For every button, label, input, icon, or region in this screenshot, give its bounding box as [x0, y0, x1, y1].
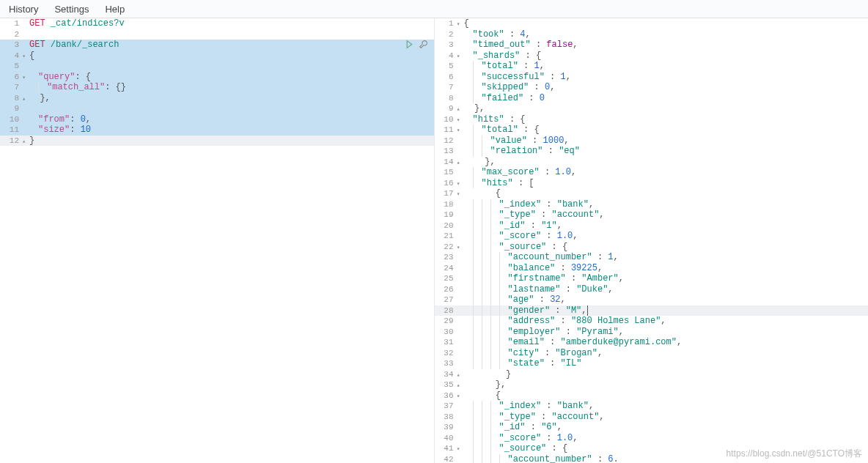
response-editor[interactable]: 1▾{2 "took" : 4,3 "timed_out" : false,4▾… [435, 18, 869, 463]
code-line[interactable]: 21 "_score" : 1.0, [435, 231, 869, 242]
code-text[interactable]: "max_score" : 1.0, [461, 167, 869, 178]
gutter[interactable]: 40 [435, 433, 461, 444]
gutter[interactable]: 13 [435, 146, 461, 157]
code-text[interactable]: "failed" : 0 [461, 93, 869, 104]
fold-icon[interactable]: ▾ [457, 179, 460, 190]
code-text[interactable]: "account_number" : 1, [461, 252, 869, 263]
code-text[interactable]: "firstname" : "Amber", [461, 273, 869, 284]
code-text[interactable]: "_source" : { [461, 443, 869, 454]
gutter[interactable]: 38 [435, 412, 461, 423]
code-text[interactable]: "balance" : 39225, [461, 263, 869, 274]
code-text[interactable]: "_type" : "account", [461, 412, 869, 423]
code-text[interactable]: "address" : "880 Holmes Lane", [461, 316, 869, 327]
code-text[interactable]: { [461, 188, 869, 199]
gutter[interactable]: 7 [435, 82, 461, 93]
fold-icon[interactable]: ▴ [457, 158, 460, 168]
gutter[interactable]: 39 [435, 422, 461, 433]
gutter[interactable]: 5 [435, 61, 461, 72]
code-line[interactable]: 11▾ "total" : { [435, 125, 869, 136]
fold-icon[interactable]: ▾ [457, 242, 460, 253]
code-text[interactable]: "_source" : { [461, 242, 869, 253]
code-text[interactable]: }, [26, 93, 434, 104]
code-text[interactable]: { [461, 390, 869, 401]
code-line[interactable]: 33 "state" : "IL" [435, 358, 869, 369]
code-text[interactable]: "age" : 32, [461, 295, 869, 305]
gutter[interactable]: 9▴ [435, 103, 461, 114]
code-text[interactable]: "_type" : "account", [461, 210, 869, 221]
code-text[interactable]: "_id" : "6", [461, 422, 869, 433]
code-line[interactable]: 22▾ "_source" : { [435, 242, 869, 253]
code-line[interactable]: 39 "_id" : "6", [435, 422, 869, 433]
gutter[interactable]: 11▾ [435, 125, 461, 136]
code-text[interactable]: "_id" : "1", [461, 221, 869, 232]
code-text[interactable]: }, [461, 103, 869, 114]
gutter[interactable]: 24 [435, 263, 461, 274]
gutter[interactable]: 17▾ [435, 188, 461, 199]
gutter[interactable]: 1▾ [435, 18, 461, 29]
gutter[interactable]: 29 [435, 316, 461, 327]
fold-icon[interactable]: ▾ [457, 19, 460, 30]
code-text[interactable]: "city" : "Brogan", [461, 348, 869, 359]
code-text[interactable]: "total" : { [461, 125, 869, 136]
fold-icon[interactable]: ▴ [457, 380, 460, 391]
gutter[interactable]: 33 [435, 358, 461, 369]
code-text[interactable] [26, 61, 434, 72]
gutter[interactable]: 37 [435, 401, 461, 412]
code-text[interactable]: "match_all": {} [26, 82, 434, 93]
code-line[interactable]: 34▴ } [435, 369, 869, 380]
fold-icon[interactable]: ▴ [22, 94, 26, 105]
code-text[interactable]: }, [461, 379, 869, 390]
gutter[interactable]: 25 [435, 273, 461, 284]
code-line[interactable]: 41▾ "_source" : { [435, 443, 869, 454]
code-line[interactable]: 13 "relation" : "eq" [435, 146, 869, 157]
code-text[interactable]: "value" : 1000, [461, 136, 869, 147]
code-text[interactable]: "query": { [26, 72, 434, 83]
gutter[interactable]: 10 [0, 114, 26, 125]
gutter[interactable]: 21 [435, 231, 461, 242]
gutter[interactable]: 31 [435, 337, 461, 348]
code-line[interactable]: 7 "match_all": {} [0, 82, 434, 93]
gutter[interactable]: 3 [0, 40, 26, 51]
code-line[interactable]: 8▴ }, [0, 93, 434, 104]
code-text[interactable]: "_score" : 1.0, [461, 231, 869, 242]
code-line[interactable]: 5 "total" : 1, [435, 61, 869, 72]
gutter[interactable]: 4▾ [435, 51, 461, 62]
code-text[interactable]: "employer" : "Pyrami", [461, 327, 869, 338]
code-text[interactable]: "from": 0, [26, 114, 434, 125]
gutter[interactable]: 36▾ [435, 390, 461, 401]
gutter[interactable]: 12▴ [0, 136, 26, 147]
code-text[interactable]: { [26, 51, 434, 62]
code-line[interactable]: 2 [0, 29, 434, 40]
gutter[interactable]: 6▾ [0, 72, 26, 83]
code-line[interactable]: 30 "employer" : "Pyrami", [435, 327, 869, 338]
gutter[interactable]: 11 [0, 125, 26, 136]
gutter[interactable]: 3 [435, 40, 461, 51]
code-text[interactable]: "total" : 1, [461, 61, 869, 72]
menu-history[interactable]: History [9, 4, 38, 15]
code-line[interactable]: 35▴ }, [435, 379, 869, 390]
code-line[interactable]: 10▾ "hits" : { [435, 114, 869, 125]
code-line[interactable]: 12▴} [0, 136, 434, 147]
code-text[interactable]: { [461, 18, 869, 29]
code-line[interactable]: 14▴ }, [435, 157, 869, 168]
code-line[interactable]: 32 "city" : "Brogan", [435, 348, 869, 359]
code-line[interactable]: 8 "failed" : 0 [435, 93, 869, 104]
code-text[interactable]: "hits" : [ [461, 178, 869, 189]
menu-settings[interactable]: Settings [54, 4, 89, 15]
gutter[interactable]: 10▾ [435, 114, 461, 125]
fold-icon[interactable]: ▴ [457, 104, 460, 115]
response-pane[interactable]: 1▾{2 "took" : 4,3 "timed_out" : false,4▾… [435, 18, 869, 463]
code-line[interactable]: 6▾ "query": { [0, 72, 434, 83]
fold-icon[interactable]: ▴ [457, 370, 460, 381]
gutter[interactable]: 15 [435, 167, 461, 178]
code-line[interactable]: 1▾{ [435, 18, 869, 29]
gutter[interactable]: 12 [435, 136, 461, 147]
gutter[interactable]: 28 [435, 305, 461, 316]
gutter[interactable]: 14▴ [435, 157, 461, 168]
code-line[interactable]: 3GET /bank/_search [0, 40, 434, 51]
code-text[interactable]: } [26, 136, 434, 147]
code-text[interactable]: "relation" : "eq" [461, 146, 869, 157]
code-line[interactable]: 37 "_index" : "bank", [435, 401, 869, 412]
gutter[interactable]: 18 [435, 199, 461, 210]
code-text[interactable] [26, 103, 434, 114]
